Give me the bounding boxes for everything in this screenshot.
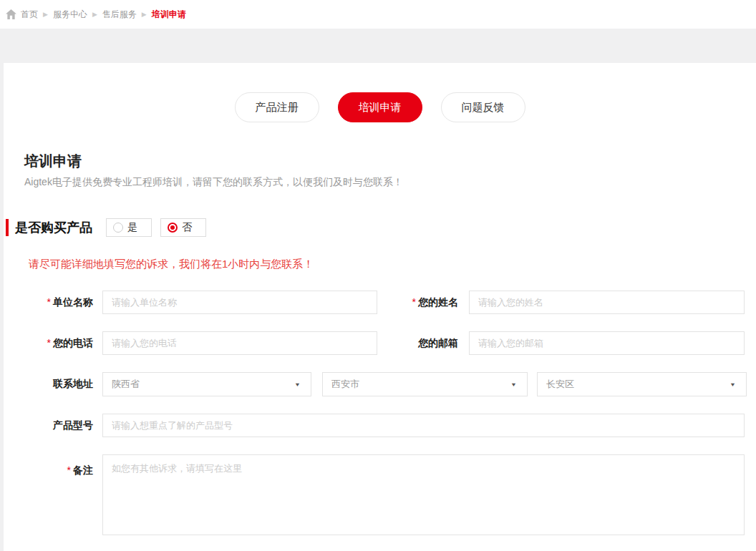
- district-select[interactable]: 长安区 ▼: [537, 372, 747, 396]
- breadcrumb-arrow-icon: ▶: [142, 11, 147, 18]
- breadcrumb-item-current: 培训申请: [152, 9, 186, 21]
- radio-checked-icon: [168, 223, 178, 233]
- tab-bar: 产品注册 培训申请 问题反馈: [4, 92, 756, 122]
- your-name-label: *您的姓名: [377, 296, 458, 309]
- required-marker: *: [412, 296, 416, 308]
- tab-training-apply[interactable]: 培训申请: [338, 92, 422, 122]
- required-marker: *: [47, 337, 51, 348]
- chevron-down-icon: ▼: [730, 381, 736, 388]
- breadcrumb-arrow-icon: ▶: [92, 11, 97, 18]
- breadcrumb-item-service-center[interactable]: 服务中心: [53, 9, 87, 21]
- city-select[interactable]: 西安市 ▼: [322, 372, 528, 396]
- radio-no-label: 否: [182, 221, 192, 234]
- district-value: 长安区: [546, 378, 574, 391]
- city-value: 西安市: [331, 378, 359, 391]
- address-label: 联系地址: [4, 378, 93, 391]
- required-marker: *: [47, 296, 51, 308]
- required-marker: *: [67, 464, 71, 476]
- training-apply-form: *单位名称 *您的姓名 *您的电话 您的邮箱 联系地址 陕西省: [4, 291, 756, 551]
- product-model-label: 产品型号: [4, 419, 93, 432]
- remark-textarea[interactable]: [102, 454, 745, 535]
- chevron-down-icon: ▼: [510, 381, 517, 388]
- notice-text: 请尽可能详细地填写您的诉求，我们将在1小时内与您联系！: [29, 258, 314, 271]
- radio-purchased-yes[interactable]: 是: [106, 218, 152, 237]
- breadcrumb-item-home[interactable]: 首页: [21, 9, 38, 21]
- your-name-input[interactable]: [469, 291, 745, 314]
- phone-label: *您的电话: [4, 337, 93, 350]
- page-subtitle: Aigtek电子提供免费专业工程师培训，请留下您的联系方式，以便我们及时与您联系…: [24, 176, 403, 189]
- breadcrumb-item-after-sales[interactable]: 售后服务: [102, 9, 137, 21]
- product-model-input[interactable]: [102, 414, 745, 437]
- breadcrumb-arrow-icon: ▶: [43, 11, 48, 18]
- tab-feedback[interactable]: 问题反馈: [441, 92, 525, 122]
- phone-input[interactable]: [102, 331, 377, 355]
- purchase-question-label: 是否购买产品: [15, 219, 92, 236]
- section-accent-bar: [6, 219, 9, 236]
- province-value: 陕西省: [112, 378, 140, 391]
- radio-unchecked-icon: [113, 223, 123, 233]
- email-label: 您的邮箱: [377, 337, 458, 350]
- province-select[interactable]: 陕西省 ▼: [102, 372, 311, 396]
- home-icon: [6, 9, 16, 19]
- remark-label: *备注: [4, 454, 93, 477]
- company-name-label: *单位名称: [4, 296, 93, 309]
- tab-product-register[interactable]: 产品注册: [235, 92, 319, 122]
- breadcrumb: 首页 ▶ 服务中心 ▶ 售后服务 ▶ 培训申请: [0, 0, 756, 29]
- email-input[interactable]: [469, 331, 745, 355]
- content-card: 产品注册 培训申请 问题反馈 培训申请 Aigtek电子提供免费专业工程师培训，…: [4, 63, 756, 551]
- radio-purchased-no[interactable]: 否: [160, 218, 206, 237]
- chevron-down-icon: ▼: [294, 381, 301, 388]
- company-name-input[interactable]: [102, 291, 377, 314]
- page-title: 培训申请: [24, 152, 82, 171]
- radio-yes-label: 是: [127, 221, 137, 234]
